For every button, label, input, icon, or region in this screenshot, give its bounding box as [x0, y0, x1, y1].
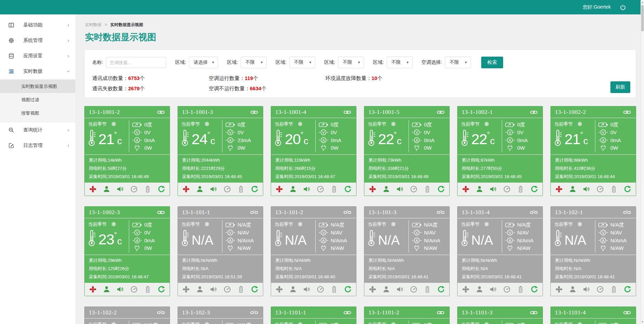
speaker-icon[interactable] [583, 185, 590, 193]
sidebar-item[interactable]: 系统管理 › [0, 33, 75, 48]
gauge-icon[interactable] [503, 185, 511, 193]
ac-card[interactable]: 13-1-1101-1 当前季节 ❄ 0度 V A [271, 306, 356, 324]
filter-select[interactable]: 不限 ▼ [387, 57, 413, 68]
fan-icon[interactable] [276, 286, 283, 293]
gauge-icon[interactable] [130, 286, 138, 293]
sidebar-item[interactable]: 日志管理 › [0, 138, 75, 153]
ac-card[interactable]: 13-1-1101-3 当前季节 ❄ 0度 V A [457, 306, 543, 324]
gauge-icon[interactable] [223, 286, 231, 293]
speaker-icon[interactable] [210, 286, 217, 293]
sidebar-item[interactable]: 应用设置 › [0, 48, 75, 63]
refresh-icon[interactable] [344, 286, 352, 293]
sidebar-item[interactable]: 实时数据 › [0, 63, 75, 79]
gauge-icon[interactable] [223, 185, 231, 193]
fan-icon[interactable] [182, 185, 190, 193]
speaker-icon[interactable] [396, 286, 404, 293]
fan-icon[interactable] [555, 286, 563, 293]
search-button[interactable]: 检索 [481, 57, 503, 68]
ac-card[interactable]: 13-1-1001-5 当前季节 ❄ 22°c 0度 V 0V A 0m [364, 106, 450, 196]
battery-icon[interactable] [330, 286, 338, 293]
filter-select[interactable]: 请选择 ▼ [189, 57, 218, 68]
fan-icon[interactable] [369, 185, 376, 193]
refresh-icon[interactable] [624, 286, 631, 293]
ac-card[interactable]: 13-1-101-3 当前季节 ❄ N/A N/A度 V N/AV A [364, 206, 450, 296]
sidebar-subitem[interactable]: 报警视图 [0, 106, 75, 120]
gauge-icon[interactable] [410, 185, 417, 193]
scroll-up-arrow[interactable]: ▲ [641, 0, 644, 4]
speaker-icon[interactable] [583, 286, 590, 293]
ac-card[interactable]: 13-1-101-2 当前季节 ❄ N/A N/A度 V N/AV A [271, 206, 356, 296]
refresh-icon[interactable] [624, 185, 631, 193]
speaker-icon[interactable] [117, 185, 124, 193]
breadcrumb-parent[interactable]: 实时数据 [85, 22, 101, 27]
fan-icon[interactable] [276, 185, 283, 193]
battery-icon[interactable] [517, 286, 524, 293]
scrollbar[interactable]: ▲ ▼ [641, 0, 644, 324]
fan-icon[interactable] [89, 286, 97, 293]
fan-icon[interactable] [462, 286, 470, 293]
speaker-icon[interactable] [489, 286, 497, 293]
battery-icon[interactable] [610, 286, 618, 293]
person-icon[interactable] [382, 286, 390, 293]
ac-card[interactable]: 13-1-1002-1 当前季节 ❄ 22°c 0度 V 0V A 0m [457, 106, 543, 196]
refresh-icon[interactable] [158, 286, 165, 293]
filter-select[interactable]: 不限 ▼ [289, 57, 315, 68]
refresh-icon[interactable] [437, 286, 445, 293]
fan-icon[interactable] [462, 185, 470, 193]
person-icon[interactable] [476, 286, 483, 293]
ac-card[interactable]: 13-1-101-4 当前季节 ❄ N/A N/A度 V N/AV A [457, 206, 543, 296]
speaker-icon[interactable] [489, 185, 497, 193]
speaker-icon[interactable] [303, 286, 311, 293]
person-icon[interactable] [569, 286, 576, 293]
battery-icon[interactable] [610, 185, 618, 193]
search-input[interactable] [106, 57, 166, 68]
gauge-icon[interactable] [317, 286, 324, 293]
gauge-icon[interactable] [317, 185, 324, 193]
battery-icon[interactable] [144, 286, 151, 293]
sidebar-item[interactable]: 查询统计 › [0, 122, 75, 138]
battery-icon[interactable] [144, 185, 151, 193]
refresh-icon[interactable] [251, 286, 258, 293]
fan-icon[interactable] [182, 286, 190, 293]
ac-card[interactable]: 13-1-102-3 当前季节 ❄ N/A度 V A [178, 306, 263, 324]
battery-icon[interactable] [237, 286, 245, 293]
person-icon[interactable] [289, 185, 297, 193]
person-icon[interactable] [289, 286, 297, 293]
ac-card[interactable]: 13-1-102-2 当前季节 ❄ N/A度 V A [84, 306, 170, 324]
fan-icon[interactable] [89, 185, 97, 193]
gauge-icon[interactable] [410, 286, 417, 293]
battery-icon[interactable] [330, 185, 338, 193]
person-icon[interactable] [569, 185, 576, 193]
person-icon[interactable] [103, 286, 110, 293]
person-icon[interactable] [103, 185, 110, 193]
speaker-icon[interactable] [117, 286, 124, 293]
gauge-icon[interactable] [596, 286, 604, 293]
fan-icon[interactable] [555, 185, 563, 193]
filter-select[interactable]: 不限 ▼ [445, 57, 471, 68]
scrollbar-thumb[interactable] [641, 5, 644, 31]
ac-card[interactable]: 13-1-101-1 当前季节 ❄ N/A N/A度 V N/AV A [178, 206, 263, 296]
speaker-icon[interactable] [210, 185, 217, 193]
sidebar-item[interactable]: 基础功能 › [0, 17, 75, 33]
battery-icon[interactable] [517, 185, 524, 193]
gauge-icon[interactable] [596, 185, 604, 193]
ac-card[interactable]: 13-1-102-1 当前季节 ❄ N/A N/A度 V N/AV A [550, 206, 636, 296]
ac-card[interactable]: 13-1-1002-2 当前季节 ❄ 21°c 0度 V 0V A 0m [550, 106, 636, 196]
person-icon[interactable] [476, 185, 483, 193]
gauge-icon[interactable] [503, 286, 511, 293]
speaker-icon[interactable] [396, 185, 404, 193]
battery-icon[interactable] [237, 185, 245, 193]
fan-icon[interactable] [369, 286, 376, 293]
sidebar-subitem[interactable]: 视图过滤 [0, 93, 75, 106]
ac-card[interactable]: 13-1-1101-4 当前季节 ❄ 0度 V A [550, 306, 636, 324]
sidebar-subitem[interactable]: 实时数据显示视图 [0, 80, 75, 93]
refresh-icon[interactable] [251, 185, 258, 193]
refresh-icon[interactable] [437, 185, 445, 193]
gauge-icon[interactable] [130, 185, 138, 193]
person-icon[interactable] [382, 185, 390, 193]
ac-card[interactable]: 13-1-1001-4 当前季节 ❄ 20°c 0度 V 0V A 0m [271, 106, 356, 196]
battery-icon[interactable] [424, 185, 431, 193]
refresh-icon[interactable] [158, 185, 165, 193]
person-icon[interactable] [196, 286, 204, 293]
refresh-icon[interactable] [531, 185, 538, 193]
